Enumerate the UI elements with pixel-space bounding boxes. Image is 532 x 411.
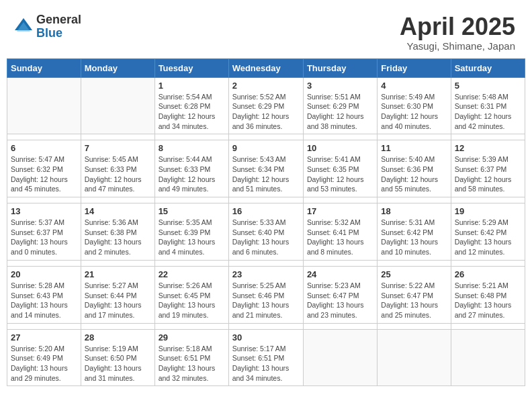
separator-cell — [81, 260, 154, 266]
separator-cell — [303, 197, 377, 203]
separator-cell — [228, 323, 303, 329]
day-number: 23 — [232, 269, 300, 279]
separator-cell — [378, 197, 451, 203]
calendar-week-1: 1Sunrise: 5:54 AMSunset: 6:28 PMDaylight… — [7, 77, 525, 134]
calendar-cell: 14Sunrise: 5:36 AMSunset: 6:38 PMDayligh… — [81, 203, 154, 261]
day-info: Sunrise: 5:17 AMSunset: 6:51 PMDaylight:… — [232, 344, 300, 383]
day-info: Sunrise: 5:47 AMSunset: 6:32 PMDaylight:… — [11, 154, 77, 194]
day-info: Sunrise: 5:33 AMSunset: 6:40 PMDaylight:… — [232, 218, 300, 257]
day-number: 15 — [159, 206, 225, 216]
calendar-cell: 11Sunrise: 5:40 AMSunset: 6:36 PMDayligh… — [378, 140, 451, 197]
separator-cell — [228, 260, 303, 266]
day-number: 20 — [11, 269, 77, 279]
calendar-cell: 6Sunrise: 5:47 AMSunset: 6:32 PMDaylight… — [7, 140, 81, 197]
week-separator — [7, 197, 525, 203]
weekday-header-row: SundayMondayTuesdayWednesdayThursdayFrid… — [7, 58, 525, 77]
day-info: Sunrise: 5:28 AMSunset: 6:43 PMDaylight:… — [11, 281, 77, 320]
calendar-week-2: 6Sunrise: 5:47 AMSunset: 6:32 PMDaylight… — [7, 140, 525, 197]
day-info: Sunrise: 5:41 AMSunset: 6:35 PMDaylight:… — [307, 154, 373, 194]
calendar-week-5: 27Sunrise: 5:20 AMSunset: 6:49 PMDayligh… — [7, 329, 525, 386]
calendar-cell: 1Sunrise: 5:54 AMSunset: 6:28 PMDaylight… — [154, 77, 228, 134]
title-block: April 2025 Yasugi, Shimane, Japan — [400, 13, 515, 52]
day-number: 27 — [11, 332, 77, 342]
day-info: Sunrise: 5:49 AMSunset: 6:30 PMDaylight:… — [381, 92, 447, 132]
calendar-cell: 27Sunrise: 5:20 AMSunset: 6:49 PMDayligh… — [7, 329, 81, 386]
day-number: 30 — [232, 332, 300, 342]
logo-text: General Blue — [36, 13, 81, 40]
separator-cell — [303, 260, 377, 266]
calendar-cell — [303, 329, 377, 386]
calendar-location: Yasugi, Shimane, Japan — [400, 40, 515, 52]
day-number: 22 — [159, 269, 225, 279]
calendar-cell: 4Sunrise: 5:49 AMSunset: 6:30 PMDaylight… — [378, 77, 451, 134]
calendar-cell: 19Sunrise: 5:29 AMSunset: 6:42 PMDayligh… — [451, 203, 525, 261]
day-number: 9 — [232, 143, 300, 153]
day-number: 3 — [307, 81, 373, 91]
separator-cell — [7, 197, 81, 203]
logo-blue-text: Blue — [36, 27, 81, 40]
day-number: 18 — [381, 206, 447, 216]
weekday-header-monday: Monday — [81, 58, 154, 77]
separator-cell — [7, 134, 81, 140]
day-number: 1 — [159, 81, 225, 91]
calendar-cell: 13Sunrise: 5:37 AMSunset: 6:37 PMDayligh… — [7, 203, 81, 261]
day-info: Sunrise: 5:35 AMSunset: 6:39 PMDaylight:… — [159, 218, 225, 257]
day-info: Sunrise: 5:37 AMSunset: 6:37 PMDaylight:… — [11, 218, 77, 257]
day-info: Sunrise: 5:21 AMSunset: 6:48 PMDaylight:… — [455, 281, 521, 320]
calendar-cell — [7, 77, 81, 134]
calendar-cell: 10Sunrise: 5:41 AMSunset: 6:35 PMDayligh… — [303, 140, 377, 197]
day-number: 5 — [455, 81, 521, 91]
day-number: 28 — [85, 332, 151, 342]
day-number: 14 — [85, 206, 151, 216]
separator-cell — [303, 134, 377, 140]
day-number: 11 — [381, 143, 447, 153]
calendar-cell: 25Sunrise: 5:22 AMSunset: 6:47 PMDayligh… — [378, 266, 451, 323]
separator-cell — [81, 323, 154, 329]
day-info: Sunrise: 5:43 AMSunset: 6:34 PMDaylight:… — [232, 154, 300, 194]
day-number: 2 — [232, 81, 300, 91]
day-info: Sunrise: 5:23 AMSunset: 6:47 PMDaylight:… — [307, 281, 373, 320]
calendar-cell: 30Sunrise: 5:17 AMSunset: 6:51 PMDayligh… — [228, 329, 303, 386]
separator-cell — [154, 260, 228, 266]
calendar-cell — [451, 329, 525, 386]
calendar-cell: 22Sunrise: 5:26 AMSunset: 6:45 PMDayligh… — [154, 266, 228, 323]
calendar-cell: 24Sunrise: 5:23 AMSunset: 6:47 PMDayligh… — [303, 266, 377, 323]
separator-cell — [378, 134, 451, 140]
day-number: 4 — [381, 81, 447, 91]
week-separator — [7, 260, 525, 266]
day-info: Sunrise: 5:25 AMSunset: 6:46 PMDaylight:… — [232, 281, 300, 320]
calendar-cell: 17Sunrise: 5:32 AMSunset: 6:41 PMDayligh… — [303, 203, 377, 261]
day-number: 29 — [159, 332, 225, 342]
weekday-header-tuesday: Tuesday — [154, 58, 228, 77]
day-number: 25 — [381, 269, 447, 279]
page-header: General Blue April 2025 Yasugi, Shimane,… — [7, 7, 525, 58]
day-info: Sunrise: 5:22 AMSunset: 6:47 PMDaylight:… — [381, 281, 447, 320]
day-number: 19 — [455, 206, 521, 216]
week-separator — [7, 323, 525, 329]
calendar-title: April 2025 — [400, 13, 515, 40]
day-info: Sunrise: 5:39 AMSunset: 6:37 PMDaylight:… — [455, 154, 521, 194]
separator-cell — [154, 197, 228, 203]
calendar-cell: 8Sunrise: 5:44 AMSunset: 6:33 PMDaylight… — [154, 140, 228, 197]
calendar-cell: 18Sunrise: 5:31 AMSunset: 6:42 PMDayligh… — [378, 203, 451, 261]
day-info: Sunrise: 5:36 AMSunset: 6:38 PMDaylight:… — [85, 218, 151, 257]
calendar-cell: 5Sunrise: 5:48 AMSunset: 6:31 PMDaylight… — [451, 77, 525, 134]
day-number: 17 — [307, 206, 373, 216]
separator-cell — [451, 260, 525, 266]
calendar-cell: 28Sunrise: 5:19 AMSunset: 6:50 PMDayligh… — [81, 329, 154, 386]
calendar-cell: 7Sunrise: 5:45 AMSunset: 6:33 PMDaylight… — [81, 140, 154, 197]
day-number: 24 — [307, 269, 373, 279]
day-info: Sunrise: 5:20 AMSunset: 6:49 PMDaylight:… — [11, 344, 77, 383]
day-number: 21 — [85, 269, 151, 279]
calendar-cell: 2Sunrise: 5:52 AMSunset: 6:29 PMDaylight… — [228, 77, 303, 134]
separator-cell — [378, 260, 451, 266]
day-info: Sunrise: 5:48 AMSunset: 6:31 PMDaylight:… — [455, 92, 521, 132]
calendar-cell — [81, 77, 154, 134]
calendar-cell: 29Sunrise: 5:18 AMSunset: 6:51 PMDayligh… — [154, 329, 228, 386]
day-info: Sunrise: 5:54 AMSunset: 6:28 PMDaylight:… — [159, 92, 225, 132]
week-separator — [7, 134, 525, 140]
day-info: Sunrise: 5:32 AMSunset: 6:41 PMDaylight:… — [307, 218, 373, 257]
calendar-cell: 21Sunrise: 5:27 AMSunset: 6:44 PMDayligh… — [81, 266, 154, 323]
separator-cell — [451, 197, 525, 203]
calendar-cell: 26Sunrise: 5:21 AMSunset: 6:48 PMDayligh… — [451, 266, 525, 323]
